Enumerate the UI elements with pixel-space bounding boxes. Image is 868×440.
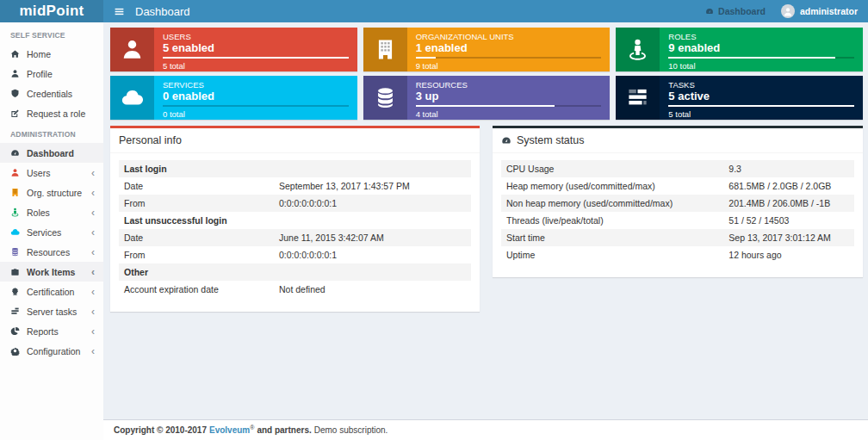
personal-info-panel: Personal info Last login DateSeptember 1… [110, 126, 480, 312]
infobox-resources[interactable]: RESOURCES 3 up 4 total [363, 76, 611, 120]
progress-track [668, 105, 854, 107]
table-row: From0:0:0:0:0:0:0:1 [119, 246, 471, 263]
sidebar-section-self-service: SELF SERVICE [0, 24, 103, 44]
tasks-icon [10, 307, 21, 316]
top-navbar: midPoint Dashboard Dashboard administrat… [0, 0, 868, 22]
street-view-icon [10, 208, 21, 217]
user-icon [10, 69, 21, 78]
angle-left-icon: ‹ [91, 326, 95, 337]
breadcrumb-dashboard[interactable]: Dashboard [705, 6, 766, 16]
table-row: Other [119, 263, 471, 281]
footer-partners: and partners. [257, 425, 311, 435]
briefcase-icon [10, 267, 21, 276]
angle-left-icon: ‹ [91, 267, 95, 277]
table-row: DateSeptember 13, 2017 1:43:57 PM [119, 177, 471, 195]
sidebar-item-reports[interactable]: Reports ‹ [0, 321, 103, 341]
progress-fill [163, 57, 349, 59]
table-row: From0:0:0:0:0:0:0:1 [119, 195, 471, 212]
system-status-title: System status [493, 128, 863, 153]
angle-left-icon: ‹ [91, 208, 95, 218]
tachometer-icon [705, 7, 714, 15]
cloud-icon [110, 76, 154, 120]
infobox-services[interactable]: SERVICES 0 enabled 0 total [110, 76, 357, 120]
sidebar-item-server-tasks[interactable]: Server tasks ‹ [0, 301, 103, 321]
database-icon [363, 76, 407, 120]
database-icon [10, 247, 21, 257]
table-row: Uptime12 hours ago [501, 246, 854, 263]
pie-chart-icon [10, 326, 21, 336]
app-logo[interactable]: midPoint [0, 0, 103, 22]
sidebar-item-org-structure[interactable]: Org. structure ‹ [0, 183, 103, 202]
table-row: Threads (live/peak/total)51 / 52 / 14503 [501, 212, 854, 229]
gear-icon [10, 346, 21, 356]
sidebar-item-home[interactable]: Home [0, 44, 103, 64]
sidebar-item-resources[interactable]: Resources ‹ [0, 242, 103, 262]
personal-info-title: Personal info [110, 128, 480, 153]
sidebar-item-configuration[interactable]: Configuration ‹ [0, 341, 103, 361]
footer-copyright: Copyright © 2010-2017 [114, 425, 207, 435]
footer-demo: Demo subscription. [314, 425, 388, 435]
infobox-tasks[interactable]: TASKS 5 active 5 total [616, 76, 863, 120]
sidebar-item-users[interactable]: Users ‹ [0, 163, 103, 183]
sidebar-item-credentials[interactable]: Credentials [0, 84, 103, 103]
system-status-panel: System status CPU Usage9.3 Heap memory (… [493, 126, 863, 277]
angle-left-icon: ‹ [91, 168, 95, 178]
table-row: Heap memory (used/committed/max)681.5MB … [501, 177, 854, 195]
footer: Copyright © 2010-2017Evolveum®and partne… [103, 419, 868, 440]
avatar [781, 4, 795, 18]
progress-track [163, 105, 349, 107]
progress-fill [416, 105, 555, 107]
sidebar: SELF SERVICE Home Profile Credentials Re… [0, 22, 103, 440]
sidebar-toggle-icon[interactable] [103, 0, 135, 22]
sidebar-item-services[interactable]: Services ‹ [0, 222, 103, 242]
tachometer-icon [501, 135, 512, 146]
progress-track [416, 57, 602, 59]
sidebar-item-roles[interactable]: Roles ‹ [0, 202, 103, 222]
system-status-table: CPU Usage9.3 Heap memory (used/committed… [501, 160, 854, 263]
cloud-icon [10, 227, 21, 237]
sidebar-item-work-items[interactable]: Work Items ‹ [0, 262, 103, 282]
progress-fill [416, 57, 437, 59]
username-label: administrator [800, 6, 858, 16]
personal-info-table: Last login DateSeptember 13, 2017 1:43:5… [119, 160, 471, 298]
page-title: Dashboard [135, 5, 190, 18]
infobox-org-units[interactable]: ORGANIZATIONAL UNITS 1 enabled 9 total [363, 28, 611, 71]
sidebar-item-request-a-role[interactable]: Request a role [0, 103, 103, 123]
edit-icon [10, 108, 21, 118]
sidebar-item-dashboard[interactable]: Dashboard [0, 143, 103, 163]
progress-track [416, 105, 602, 107]
sidebar-item-certification[interactable]: Certification ‹ [0, 282, 103, 301]
street-view-icon [616, 28, 660, 71]
breadcrumb-label: Dashboard [718, 6, 766, 16]
table-row: CPU Usage9.3 [501, 160, 854, 177]
main-content: USERS 5 enabled 5 total ORGANIZATIONAL U… [103, 22, 868, 419]
sidebar-section-administration: ADMINISTRATION [0, 123, 103, 143]
users-icon [110, 28, 154, 71]
infobox-roles[interactable]: ROLES 9 enabled 10 total [616, 28, 863, 71]
user-menu[interactable]: administrator [781, 4, 858, 18]
angle-left-icon: ‹ [91, 346, 95, 356]
certificate-icon [10, 287, 21, 296]
progress-fill [668, 105, 854, 107]
table-row: Account expiration dateNot defined [119, 281, 471, 298]
registered-mark: ® [250, 425, 254, 431]
users-icon [10, 168, 21, 177]
angle-left-icon: ‹ [91, 247, 95, 257]
building-icon [10, 188, 21, 197]
angle-left-icon: ‹ [91, 287, 95, 297]
table-row: Last login [119, 160, 471, 177]
table-row: DateJune 11, 2015 3:42:07 AM [119, 229, 471, 246]
info-boxes: USERS 5 enabled 5 total ORGANIZATIONAL U… [110, 28, 863, 120]
angle-left-icon: ‹ [91, 227, 95, 238]
angle-left-icon: ‹ [91, 307, 95, 317]
angle-left-icon: ‹ [91, 188, 95, 198]
progress-fill [668, 57, 835, 59]
table-row: Last unsuccessful login [119, 212, 471, 229]
sidebar-item-profile[interactable]: Profile [0, 64, 103, 84]
table-row: Start timeSep 13, 2017 3:01:12 AM [501, 229, 854, 246]
progress-track [668, 57, 854, 59]
evolveum-link[interactable]: Evolveum [209, 425, 250, 435]
home-icon [10, 49, 21, 59]
infobox-users[interactable]: USERS 5 enabled 5 total [110, 28, 357, 71]
tasks-icon [616, 76, 660, 120]
